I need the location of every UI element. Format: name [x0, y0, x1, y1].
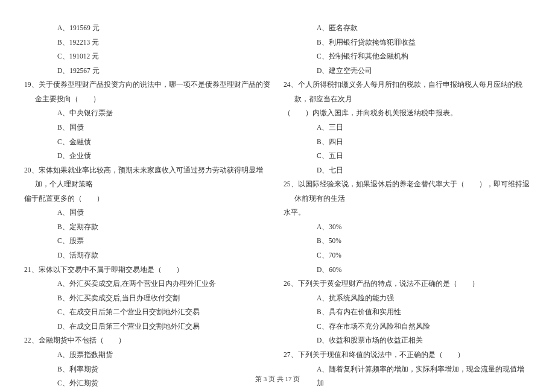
option: C、金融债 [24, 135, 271, 150]
option: A、中央银行票据 [24, 106, 271, 121]
option: B、192213 元 [24, 36, 271, 50]
page-footer: 第 3 页 共 17 页 [0, 375, 555, 384]
option: D、在成交日后第三个营业日交割地外汇交易 [24, 320, 271, 334]
option: A、外汇买卖成交后,在两个营业日内办理外汇业务 [24, 277, 271, 291]
left-column: A、191569 元 B、192213 元 C、191012 元 D、19256… [24, 21, 271, 392]
option: B、具有内在价值和实用性 [284, 305, 531, 320]
page-content: A、191569 元 B、192213 元 C、191012 元 D、19256… [0, 0, 555, 392]
option: D、60% [284, 263, 531, 277]
option: B、50% [284, 234, 531, 248]
option: D、收益和股票市场的收益正相关 [284, 334, 531, 348]
question-27: 27、下列关于现值和终值的说法中，不正确的是（ ） [284, 348, 531, 362]
option: A、匿名存款 [284, 21, 531, 36]
question-19: 19、关于债券型理财产品投资方向的说法中，哪一项不是债券型理财产品的资金主要投向… [24, 78, 271, 106]
option: C、控制银行和其他金融机构 [284, 49, 531, 64]
option: A、国债 [24, 206, 271, 220]
option: A、三日 [284, 121, 531, 135]
option: A、抗系统风险的能力强 [284, 291, 531, 306]
option: A、30% [284, 220, 531, 235]
question-24: 24、个人所得税扣缴义务人每月所扣的税款，自行申报纳税人每月应纳的税款，都应当在… [284, 78, 531, 106]
option: D、企业债 [24, 149, 271, 163]
option: B、国债 [24, 121, 271, 135]
question-21: 21、宋体以下交易中不属于即期交易地是（ ） [24, 263, 271, 277]
option: D、建立空壳公司 [284, 64, 531, 78]
option: C、存在市场不充分风险和自然风险 [284, 320, 531, 334]
option: A、191569 元 [24, 21, 271, 36]
question-22: 22、金融期货中不包括（ ） [24, 334, 271, 348]
question-24-cont: （ ）内缴入国库，并向税务机关报送纳税申报表。 [284, 106, 531, 121]
option: C、191012 元 [24, 49, 271, 64]
option: B、外汇买卖成交后,当日办理收付交割 [24, 291, 271, 306]
option: D、七日 [284, 163, 531, 178]
question-20-cont: 偏于配置更多的（ ） [24, 192, 271, 206]
right-column: A、匿名存款 B、利用银行贷款掩饰犯罪收益 C、控制银行和其他金融机构 D、建立… [284, 21, 531, 392]
question-20: 20、宋体如果就业率比较高，预期未来家庭收入可通过努力劳动获得明显增加，个人理财… [24, 163, 271, 192]
option: B、定期存款 [24, 220, 271, 235]
question-26: 26、下列关于黄金理财产品的特点，说法不正确的是（ ） [284, 277, 531, 291]
question-25-cont: 水平。 [284, 206, 531, 220]
option: A、股票指数期货 [24, 348, 271, 362]
option: D、192567 元 [24, 64, 271, 78]
option: C、五日 [284, 149, 531, 163]
option: C、在成交日后第二个营业日交割地外汇交易 [24, 305, 271, 320]
option: D、活期存款 [24, 248, 271, 263]
option: C、股票 [24, 234, 271, 248]
question-25: 25、以国际经验来说，如果退休后的养老金替代率大于（ ），即可维持退休前现有的生… [284, 177, 531, 206]
option: B、四日 [284, 135, 531, 150]
option: C、70% [284, 248, 531, 263]
option: B、利用银行贷款掩饰犯罪收益 [284, 36, 531, 50]
